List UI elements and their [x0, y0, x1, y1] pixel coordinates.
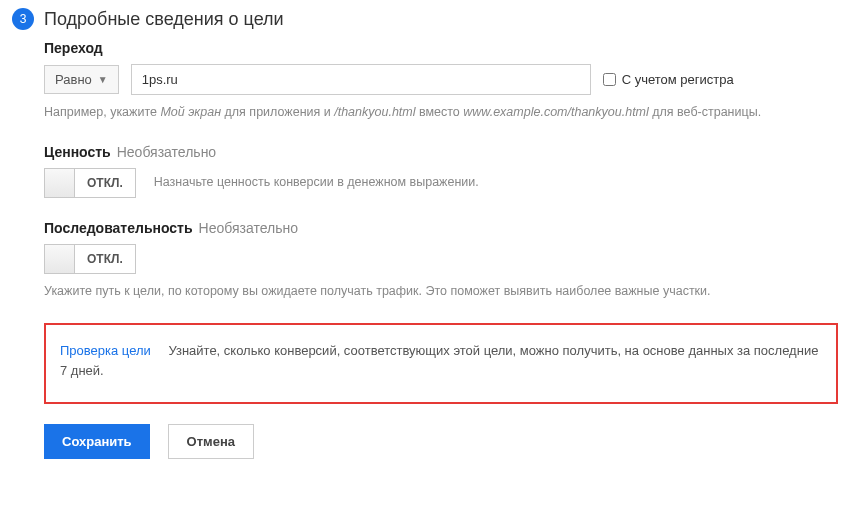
- funnel-hint: Укажите путь к цели, по которому вы ожид…: [44, 282, 838, 301]
- value-hint: Назначьте ценность конверсии в денежном …: [154, 173, 479, 192]
- match-type-label: Равно: [55, 72, 92, 87]
- toggle-track-icon: [45, 245, 75, 273]
- optional-label: Необязательно: [117, 144, 216, 160]
- verify-goal-link[interactable]: Проверка цели: [60, 343, 151, 358]
- value-heading: ЦенностьНеобязательно: [44, 144, 838, 160]
- cancel-button[interactable]: Отмена: [168, 424, 254, 459]
- step-number-badge: 3: [12, 8, 34, 30]
- destination-heading: Переход: [44, 40, 838, 56]
- step-title: Подробные сведения о цели: [44, 9, 284, 30]
- funnel-section: ПоследовательностьНеобязательно ОТКЛ. Ук…: [44, 220, 838, 301]
- case-sensitive-label: С учетом регистра: [622, 72, 734, 87]
- match-type-dropdown[interactable]: Равно ▼: [44, 65, 119, 94]
- destination-row: Равно ▼ С учетом регистра: [44, 64, 838, 95]
- button-row: Сохранить Отмена: [44, 424, 838, 459]
- verify-text: Узнайте, сколько конверсий, соответствую…: [60, 343, 818, 379]
- funnel-heading: ПоследовательностьНеобязательно: [44, 220, 838, 236]
- optional-label: Необязательно: [199, 220, 298, 236]
- value-section: ЦенностьНеобязательно ОТКЛ. Назначьте це…: [44, 144, 838, 198]
- case-sensitive-checkbox[interactable]: [603, 73, 616, 86]
- case-sensitive-checkbox-wrap[interactable]: С учетом регистра: [603, 72, 734, 87]
- verify-box: Проверка цели Узнайте, сколько конверсий…: [44, 323, 838, 405]
- destination-hint: Например, укажите Мой экран для приложен…: [44, 103, 838, 122]
- funnel-toggle-label: ОТКЛ.: [75, 252, 135, 266]
- chevron-down-icon: ▼: [98, 74, 108, 85]
- save-button[interactable]: Сохранить: [44, 424, 150, 459]
- destination-input[interactable]: [131, 64, 591, 95]
- toggle-track-icon: [45, 169, 75, 197]
- value-toggle[interactable]: ОТКЛ.: [44, 168, 136, 198]
- value-toggle-label: ОТКЛ.: [75, 176, 135, 190]
- destination-section: Переход Равно ▼ С учетом регистра Наприм…: [44, 40, 838, 122]
- funnel-toggle[interactable]: ОТКЛ.: [44, 244, 136, 274]
- step-header: 3 Подробные сведения о цели: [12, 8, 838, 30]
